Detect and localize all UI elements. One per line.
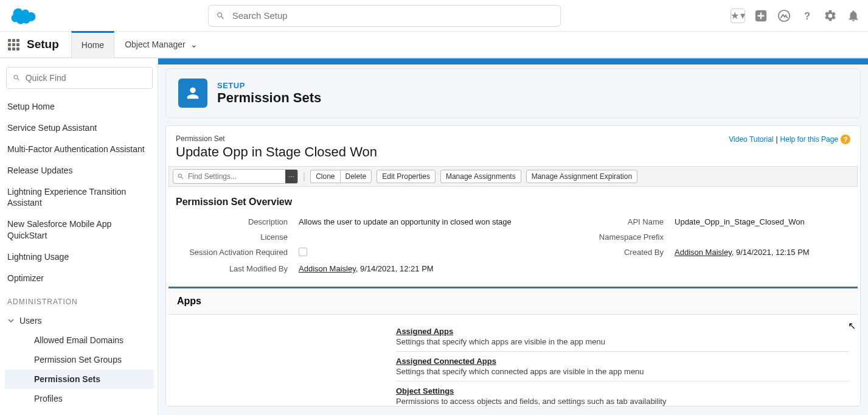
overview-heading: Permission Set Overview: [176, 197, 850, 208]
main-content: SETUP Permission Sets Permission Set Upd…: [158, 58, 868, 415]
trailhead-icon[interactable]: [777, 9, 791, 23]
salesforce-logo: [7, 5, 38, 26]
apps-heading: Apps: [168, 288, 858, 315]
record-title: Update Opp in Stage Closed Won: [176, 144, 377, 160]
quick-find[interactable]: [6, 67, 153, 89]
apps-link-item: Assigned Apps Settings that specify whic…: [396, 322, 849, 352]
chevron-down-icon: ▾: [740, 10, 745, 21]
global-header: ★ ▾ ?: [0, 0, 868, 32]
apps-section: Apps Assigned Apps Settings that specify…: [168, 287, 858, 406]
sidebar-item[interactable]: Setup Home: [5, 96, 154, 117]
search-icon: [216, 11, 225, 21]
setup-sidebar: Setup Home Service Setup Assistant Multi…: [0, 58, 158, 415]
field-label: API Name: [571, 215, 668, 229]
favorites-button[interactable]: ★ ▾: [731, 9, 745, 23]
find-settings-go-icon[interactable]: ⋯: [285, 170, 297, 183]
bell-icon[interactable]: [846, 9, 861, 23]
detail-panel: Permission Set Update Opp in Stage Close…: [165, 125, 861, 406]
app-name: Setup: [27, 38, 59, 51]
sidebar-sub-item[interactable]: Permission Set Groups: [5, 350, 154, 369]
page-eyebrow: SETUP: [217, 81, 321, 90]
tab-object-manager[interactable]: Object Manager ⌄: [114, 31, 208, 58]
sidebar-sub-item-permission-sets[interactable]: Permission Sets: [5, 369, 154, 389]
help-icon[interactable]: ?: [800, 9, 814, 23]
svg-text:?: ?: [804, 10, 810, 21]
field-value: Allows the user to update an opportunity…: [294, 215, 570, 229]
field-value: Update_Opp_in_Stage_Closed_Won: [670, 215, 849, 229]
tab-home[interactable]: Home: [71, 31, 114, 58]
sidebar-item[interactable]: Release Updates: [5, 160, 154, 181]
sidebar-tree-label: Users: [19, 316, 42, 326]
checkbox-unchecked-icon: [299, 248, 307, 256]
star-icon: ★: [731, 10, 739, 21]
sidebar-section-label: ADMINISTRATION: [5, 289, 154, 311]
find-settings-input[interactable]: [188, 172, 285, 181]
manage-expiration-button[interactable]: Manage Assignment Expiration: [526, 170, 637, 183]
page-header: SETUP Permission Sets: [165, 68, 861, 118]
search-icon: [177, 173, 184, 180]
manage-assignments-button[interactable]: Manage Assignments: [440, 170, 521, 183]
modified-by-link[interactable]: Addison Maisley: [299, 264, 356, 273]
field-value: Addison Maisley, 9/14/2021, 12:21 PM: [294, 262, 570, 276]
field-label: Session Activation Required: [177, 245, 293, 260]
clone-button[interactable]: Clone: [310, 170, 339, 183]
sidebar-item[interactable]: Optimizer: [5, 268, 154, 289]
field-value: [294, 230, 570, 244]
add-button[interactable]: [754, 9, 768, 23]
find-settings[interactable]: ⋯: [173, 169, 298, 184]
breadcrumb: Permission Set Update Opp in Stage Close…: [176, 134, 377, 160]
record-type-label: Permission Set: [176, 134, 377, 143]
apps-link-desc: Settings that specify which connected ap…: [396, 367, 849, 376]
field-value: Addison Maisley, 9/14/2021, 12:15 PM: [670, 245, 849, 260]
action-toolbar: ⋯ | Clone Delete Edit Properties Manage …: [168, 166, 858, 187]
header-utility-icons: ★ ▾ ?: [731, 9, 861, 23]
assigned-apps-link[interactable]: Assigned Apps: [396, 327, 849, 336]
field-label: License: [177, 230, 293, 244]
sidebar-item[interactable]: New Salesforce Mobile App QuickStart: [5, 214, 154, 246]
page-title: Permission Sets: [217, 90, 321, 106]
field-value: [670, 230, 849, 244]
assigned-connected-apps-link[interactable]: Assigned Connected Apps: [396, 357, 849, 366]
video-tutorial-link[interactable]: Video Tutorial: [729, 135, 773, 144]
delete-button[interactable]: Delete: [340, 170, 372, 183]
field-label: Created By: [571, 245, 668, 260]
sidebar-item[interactable]: Lightning Usage: [5, 246, 154, 268]
tab-object-manager-label: Object Manager: [125, 40, 186, 49]
permission-set-icon: [178, 78, 207, 108]
app-nav: Setup Home Object Manager ⌄: [0, 32, 868, 58]
field-label: Description: [177, 215, 293, 229]
sidebar-item[interactable]: Service Setup Assistant: [5, 117, 154, 139]
field-label: Namespace Prefix: [571, 230, 668, 244]
sidebar-item[interactable]: Lightning Experience Transition Assistan…: [5, 181, 154, 214]
help-badge-icon[interactable]: ?: [841, 134, 850, 144]
sidebar-sub-item[interactable]: Profiles: [5, 389, 154, 408]
apps-link-desc: Settings that specify which apps are vis…: [396, 337, 849, 346]
app-launcher-icon[interactable]: [0, 39, 27, 51]
help-page-link[interactable]: Help for this Page: [780, 135, 838, 144]
object-settings-link[interactable]: Object Settings: [396, 386, 849, 396]
overview-section: Permission Set Overview Description Allo…: [166, 187, 860, 287]
global-search[interactable]: [208, 5, 561, 27]
sidebar-item[interactable]: Multi-Factor Authentication Assistant: [5, 139, 154, 160]
help-links: Video Tutorial | Help for this Page ?: [729, 134, 850, 144]
quick-find-input[interactable]: [26, 73, 146, 83]
chevron-down-icon: [7, 317, 15, 324]
gear-icon[interactable]: [823, 9, 838, 23]
apps-link-item: Assigned Connected Apps Settings that sp…: [396, 352, 849, 382]
apps-link-desc: Permissions to access objects and fields…: [396, 397, 849, 406]
created-by-link[interactable]: Addison Maisley: [675, 248, 732, 257]
sidebar-sub-item[interactable]: Allowed Email Domains: [5, 330, 154, 350]
sidebar-tree-users[interactable]: Users: [5, 311, 154, 330]
field-value: [294, 245, 570, 260]
apps-link-item: Object Settings Permissions to access ob…: [396, 382, 849, 406]
global-search-input[interactable]: [232, 10, 553, 21]
chevron-down-icon: ⌄: [190, 40, 198, 49]
search-icon: [13, 74, 21, 82]
edit-properties-button[interactable]: Edit Properties: [377, 170, 436, 183]
field-label: Last Modified By: [177, 262, 293, 276]
